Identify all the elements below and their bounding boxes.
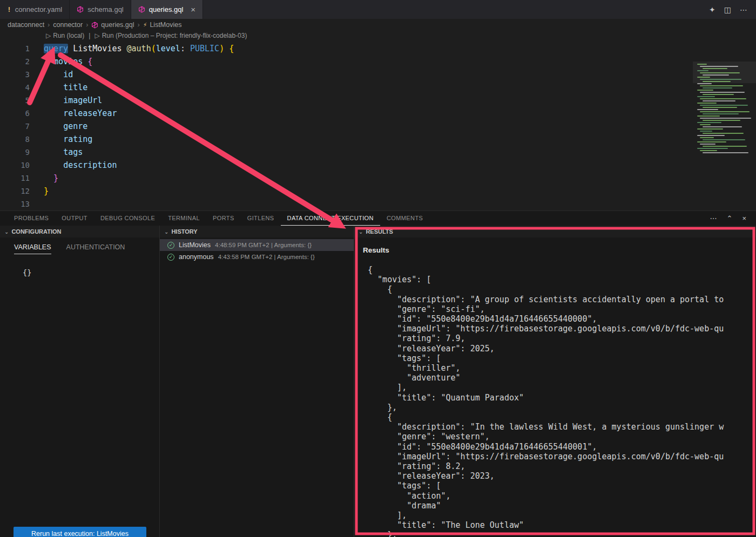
tab-authentication[interactable]: AUTHENTICATION [66, 243, 125, 254]
panel-tab-comments[interactable]: COMMENTS [380, 211, 429, 226]
code-line[interactable]: 2 movies { [0, 55, 691, 68]
minimap-line [697, 90, 713, 91]
panel-tab-data-connect-execution[interactable]: DATA CONNECT EXECUTION [281, 211, 380, 226]
code-token: query [44, 44, 68, 53]
code-line[interactable]: 7 genre [0, 120, 691, 133]
code-line[interactable]: 3 id [0, 68, 691, 81]
code-token [44, 121, 63, 131]
run-local-link[interactable]: ▷ Run (local) [46, 32, 84, 39]
history-pane: ⌄ HISTORY ✓ListMovies4:48:59 PM GMT+2 | … [160, 226, 354, 537]
line-number: 12 [0, 185, 30, 198]
operation-icon: ⚡ [143, 22, 147, 29]
code-line[interactable]: 8 rating [0, 133, 691, 146]
history-list: ✓ListMovies4:48:59 PM GMT+2 | Arguments:… [160, 239, 354, 263]
copilot-icon[interactable]: ✦ [709, 5, 716, 14]
configuration-header[interactable]: ⌄ CONFIGURATION [0, 226, 159, 237]
code-token [44, 147, 63, 157]
code-token: ListMovies [73, 44, 122, 53]
minimap-line [703, 87, 732, 89]
panel-maximize-icon[interactable]: ⌃ [727, 214, 733, 222]
line-number: 8 [0, 133, 30, 146]
minimap-line [697, 122, 721, 123]
code-line[interactable]: 5 imageUrl [0, 94, 691, 107]
minimap-line [700, 92, 745, 93]
code-text: genre [30, 120, 87, 133]
minimap-line [703, 152, 748, 153]
line-number: 9 [0, 146, 30, 159]
code-token: title [63, 83, 87, 92]
panel-tab-ports[interactable]: PORTS [206, 211, 241, 226]
tab-variables[interactable]: VARIABLES [14, 243, 51, 254]
line-number: 3 [0, 68, 30, 81]
rerun-last-execution-button[interactable]: Rerun last execution: ListMovies [14, 527, 146, 537]
minimap-slider[interactable] [693, 62, 756, 83]
panel-close-icon[interactable]: × [742, 214, 746, 222]
line-number: 5 [0, 94, 30, 107]
code-token: rating [63, 134, 92, 144]
breadcrumb-item-queries.gql[interactable]: queries.gql [91, 21, 134, 29]
panel-tab-terminal[interactable]: TERMINAL [161, 211, 206, 226]
breadcrumb-item-ListMovies[interactable]: ⚡ListMovies [143, 21, 182, 29]
code-editor[interactable]: ▷ Run (local) | ▷ Run (Production – Proj… [0, 31, 756, 210]
line-number: 6 [0, 107, 30, 120]
check-circle-icon: ✓ [167, 254, 174, 261]
run-production-link[interactable]: ▷ Run (Production – Project: friendly-fl… [94, 32, 247, 39]
panel-more-icon[interactable]: ⋯ [710, 214, 717, 222]
history-item-ListMovies[interactable]: ✓ListMovies4:48:59 PM GMT+2 | Arguments:… [160, 239, 354, 251]
code-line[interactable]: 9 tags [0, 146, 691, 159]
history-header[interactable]: ⌄ HISTORY [160, 226, 354, 237]
code-line[interactable]: 1query ListMovies @auth(level: PUBLIC) { [0, 42, 691, 55]
close-tab-icon[interactable]: × [191, 5, 195, 13]
code-token: PUBLIC [190, 44, 219, 53]
minimap-line [700, 85, 743, 86]
split-editor-icon[interactable]: ◫ [724, 5, 731, 14]
minimap-line [697, 109, 718, 110]
panel-tab-gitlens[interactable]: GITLENS [241, 211, 281, 226]
codelens: ▷ Run (local) | ▷ Run (Production – Proj… [46, 32, 247, 39]
code-line[interactable]: 4 title [0, 81, 691, 94]
code-text: title [30, 81, 87, 94]
code-token [44, 96, 63, 105]
minimap-line [700, 150, 717, 151]
history-item-name: anonymous [179, 253, 214, 261]
results-header-label: RESULTS [366, 228, 393, 235]
breadcrumb-item-dataconnect[interactable]: dataconnect [8, 21, 44, 29]
code-line[interactable]: 12} [0, 185, 691, 198]
minimap-line [700, 118, 751, 119]
code-token: level [156, 44, 180, 53]
minimap-line [703, 146, 747, 147]
minimap-line [700, 131, 712, 132]
configuration-header-label: CONFIGURATION [11, 228, 61, 235]
breadcrumb-item-connector[interactable]: connector [53, 21, 83, 29]
code-token: { [229, 44, 234, 53]
minimap-line [697, 148, 728, 149]
code-token [44, 108, 63, 118]
breadcrumb: dataconnect›connector›queries.gql›⚡ListM… [0, 19, 756, 31]
code-line[interactable]: 6 releaseYear [0, 107, 691, 120]
line-number: 4 [0, 81, 30, 94]
code-line[interactable]: 11 } [0, 172, 691, 185]
history-item-anonymous[interactable]: ✓anonymous4:43:58 PM GMT+2 | Arguments: … [160, 251, 354, 263]
results-header[interactable]: ⌄ RESULTS [354, 226, 756, 237]
more-actions-icon[interactable]: ⋯ [740, 5, 747, 14]
code-token: imageUrl [63, 96, 102, 105]
tab-label: connector.yaml [15, 5, 62, 13]
editor-tab-schema.gql[interactable]: schema.gql [70, 0, 131, 19]
history-item-name: ListMovies [179, 241, 211, 249]
panel-tab-output[interactable]: OUTPUT [55, 211, 94, 226]
panel-actions: ⋯ ⌃ × [710, 214, 756, 222]
history-item-meta: 4:48:59 PM GMT+2 | Arguments: {} [215, 242, 312, 248]
code-token [122, 44, 127, 53]
panel-tab-debug-console[interactable]: DEBUG CONSOLE [94, 211, 161, 226]
line-number: 11 [0, 172, 30, 185]
editor-tab-queries.gql[interactable]: queries.gql× [131, 0, 203, 19]
code-token: description [63, 160, 117, 170]
code-line[interactable]: 10 description [0, 159, 691, 172]
panel-tab-problems[interactable]: PROBLEMS [8, 211, 55, 226]
code-line[interactable]: 13 [0, 198, 691, 210]
breadcrumb-separator: › [138, 21, 140, 29]
editor-tab-connector.yaml[interactable]: !connector.yaml [0, 0, 70, 19]
breadcrumb-separator: › [48, 21, 50, 29]
variables-editor[interactable]: {} [23, 268, 159, 277]
minimap[interactable] [693, 62, 756, 160]
